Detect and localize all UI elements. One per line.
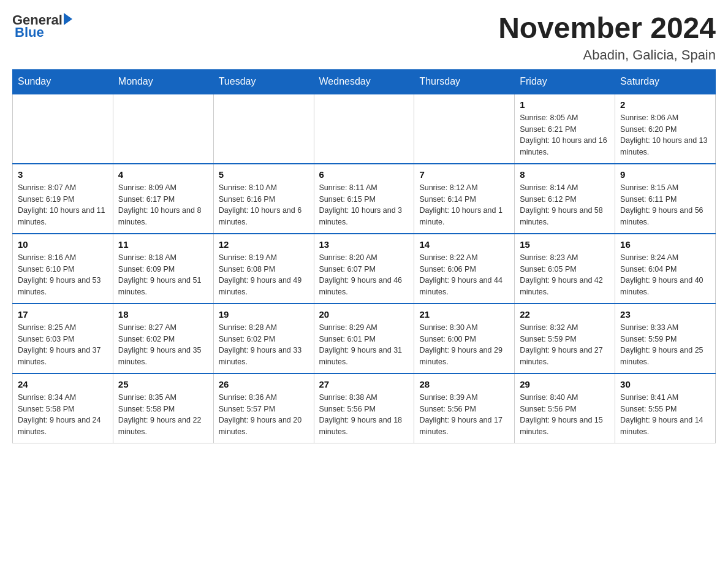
calendar-cell: 14Sunrise: 8:22 AM Sunset: 6:06 PM Dayli… <box>414 234 515 304</box>
calendar-cell: 9Sunrise: 8:15 AM Sunset: 6:11 PM Daylig… <box>615 164 716 234</box>
day-info: Sunrise: 8:24 AM Sunset: 6:04 PM Dayligh… <box>620 252 710 298</box>
calendar-cell: 29Sunrise: 8:40 AM Sunset: 5:56 PM Dayli… <box>515 373 615 443</box>
day-info: Sunrise: 8:39 AM Sunset: 5:56 PM Dayligh… <box>419 392 509 438</box>
day-number: 10 <box>18 239 108 250</box>
day-info: Sunrise: 8:30 AM Sunset: 6:00 PM Dayligh… <box>419 322 509 368</box>
day-number: 23 <box>620 309 710 320</box>
day-number: 11 <box>118 239 208 250</box>
calendar-cell: 11Sunrise: 8:18 AM Sunset: 6:09 PM Dayli… <box>113 234 213 304</box>
calendar-cell: 28Sunrise: 8:39 AM Sunset: 5:56 PM Dayli… <box>414 373 515 443</box>
day-number: 18 <box>118 309 208 320</box>
day-number: 4 <box>118 169 208 180</box>
calendar-cell <box>414 94 515 164</box>
calendar-header-row: SundayMondayTuesdayWednesdayThursdayFrid… <box>13 69 716 94</box>
day-number: 1 <box>520 99 610 110</box>
calendar-cell <box>314 94 414 164</box>
calendar-cell: 23Sunrise: 8:33 AM Sunset: 5:59 PM Dayli… <box>615 304 716 373</box>
day-number: 15 <box>520 239 610 250</box>
calendar-cell: 2Sunrise: 8:06 AM Sunset: 6:20 PM Daylig… <box>615 94 716 164</box>
day-info: Sunrise: 8:22 AM Sunset: 6:06 PM Dayligh… <box>419 252 509 298</box>
calendar-cell: 19Sunrise: 8:28 AM Sunset: 6:02 PM Dayli… <box>213 304 314 373</box>
day-info: Sunrise: 8:06 AM Sunset: 6:20 PM Dayligh… <box>620 112 710 158</box>
location-title: Abadin, Galicia, Spain <box>498 47 716 63</box>
day-number: 27 <box>319 379 409 389</box>
day-info: Sunrise: 8:10 AM Sunset: 6:16 PM Dayligh… <box>219 182 309 228</box>
day-info: Sunrise: 8:28 AM Sunset: 6:02 PM Dayligh… <box>219 322 309 368</box>
day-info: Sunrise: 8:41 AM Sunset: 5:55 PM Dayligh… <box>620 392 710 438</box>
calendar-cell: 16Sunrise: 8:24 AM Sunset: 6:04 PM Dayli… <box>615 234 716 304</box>
day-number: 22 <box>520 309 610 320</box>
day-number: 8 <box>520 169 610 180</box>
day-number: 28 <box>419 379 509 389</box>
day-info: Sunrise: 8:16 AM Sunset: 6:10 PM Dayligh… <box>18 252 108 298</box>
day-info: Sunrise: 8:14 AM Sunset: 6:12 PM Dayligh… <box>520 182 610 228</box>
calendar-cell: 26Sunrise: 8:36 AM Sunset: 5:57 PM Dayli… <box>213 373 314 443</box>
day-info: Sunrise: 8:23 AM Sunset: 6:05 PM Dayligh… <box>520 252 610 298</box>
calendar-cell: 24Sunrise: 8:34 AM Sunset: 5:58 PM Dayli… <box>13 373 113 443</box>
day-info: Sunrise: 8:36 AM Sunset: 5:57 PM Dayligh… <box>219 392 309 438</box>
calendar-cell: 20Sunrise: 8:29 AM Sunset: 6:01 PM Dayli… <box>314 304 414 373</box>
calendar-week-3: 10Sunrise: 8:16 AM Sunset: 6:10 PM Dayli… <box>13 234 716 304</box>
day-number: 13 <box>319 239 409 250</box>
day-number: 14 <box>419 239 509 250</box>
day-number: 7 <box>419 169 509 180</box>
day-number: 24 <box>18 379 108 389</box>
calendar-cell: 1Sunrise: 8:05 AM Sunset: 6:21 PM Daylig… <box>515 94 615 164</box>
day-info: Sunrise: 8:18 AM Sunset: 6:09 PM Dayligh… <box>118 252 208 298</box>
title-block: November 2024 Abadin, Galicia, Spain <box>498 12 716 63</box>
calendar-cell: 17Sunrise: 8:25 AM Sunset: 6:03 PM Dayli… <box>13 304 113 373</box>
calendar-cell: 6Sunrise: 8:11 AM Sunset: 6:15 PM Daylig… <box>314 164 414 234</box>
logo-arrow-icon <box>64 13 72 25</box>
day-info: Sunrise: 8:07 AM Sunset: 6:19 PM Dayligh… <box>18 182 108 228</box>
day-info: Sunrise: 8:20 AM Sunset: 6:07 PM Dayligh… <box>319 252 409 298</box>
day-info: Sunrise: 8:19 AM Sunset: 6:08 PM Dayligh… <box>219 252 309 298</box>
day-number: 26 <box>219 379 309 389</box>
logo-blue: Blue <box>15 25 44 40</box>
day-number: 12 <box>219 239 309 250</box>
day-info: Sunrise: 8:27 AM Sunset: 6:02 PM Dayligh… <box>118 322 208 368</box>
day-info: Sunrise: 8:35 AM Sunset: 5:58 PM Dayligh… <box>118 392 208 438</box>
weekday-header-monday: Monday <box>113 69 213 94</box>
day-info: Sunrise: 8:32 AM Sunset: 5:59 PM Dayligh… <box>520 322 610 368</box>
calendar-cell <box>113 94 213 164</box>
day-number: 5 <box>219 169 309 180</box>
day-number: 21 <box>419 309 509 320</box>
calendar-cell <box>213 94 314 164</box>
calendar-cell: 27Sunrise: 8:38 AM Sunset: 5:56 PM Dayli… <box>314 373 414 443</box>
calendar-cell: 21Sunrise: 8:30 AM Sunset: 6:00 PM Dayli… <box>414 304 515 373</box>
day-number: 9 <box>620 169 710 180</box>
calendar-cell: 15Sunrise: 8:23 AM Sunset: 6:05 PM Dayli… <box>515 234 615 304</box>
weekday-header-friday: Friday <box>515 69 615 94</box>
calendar-week-2: 3Sunrise: 8:07 AM Sunset: 6:19 PM Daylig… <box>13 164 716 234</box>
weekday-header-saturday: Saturday <box>615 69 716 94</box>
month-title: November 2024 <box>498 12 716 45</box>
calendar-cell: 12Sunrise: 8:19 AM Sunset: 6:08 PM Dayli… <box>213 234 314 304</box>
day-number: 2 <box>620 99 710 110</box>
day-info: Sunrise: 8:05 AM Sunset: 6:21 PM Dayligh… <box>520 112 610 158</box>
day-number: 20 <box>319 309 409 320</box>
weekday-header-sunday: Sunday <box>13 69 113 94</box>
day-number: 25 <box>118 379 208 389</box>
calendar-cell: 13Sunrise: 8:20 AM Sunset: 6:07 PM Dayli… <box>314 234 414 304</box>
calendar-cell: 10Sunrise: 8:16 AM Sunset: 6:10 PM Dayli… <box>13 234 113 304</box>
calendar-cell: 5Sunrise: 8:10 AM Sunset: 6:16 PM Daylig… <box>213 164 314 234</box>
calendar-week-4: 17Sunrise: 8:25 AM Sunset: 6:03 PM Dayli… <box>13 304 716 373</box>
day-info: Sunrise: 8:40 AM Sunset: 5:56 PM Dayligh… <box>520 392 610 438</box>
day-info: Sunrise: 8:29 AM Sunset: 6:01 PM Dayligh… <box>319 322 409 368</box>
calendar-table: SundayMondayTuesdayWednesdayThursdayFrid… <box>12 69 716 443</box>
day-number: 3 <box>18 169 108 180</box>
day-info: Sunrise: 8:25 AM Sunset: 6:03 PM Dayligh… <box>18 322 108 368</box>
day-info: Sunrise: 8:11 AM Sunset: 6:15 PM Dayligh… <box>319 182 409 228</box>
day-number: 6 <box>319 169 409 180</box>
day-info: Sunrise: 8:38 AM Sunset: 5:56 PM Dayligh… <box>319 392 409 438</box>
day-info: Sunrise: 8:33 AM Sunset: 5:59 PM Dayligh… <box>620 322 710 368</box>
calendar-cell: 30Sunrise: 8:41 AM Sunset: 5:55 PM Dayli… <box>615 373 716 443</box>
day-number: 19 <box>219 309 309 320</box>
calendar-cell <box>13 94 113 164</box>
weekday-header-thursday: Thursday <box>414 69 515 94</box>
day-info: Sunrise: 8:12 AM Sunset: 6:14 PM Dayligh… <box>419 182 509 228</box>
calendar-cell: 4Sunrise: 8:09 AM Sunset: 6:17 PM Daylig… <box>113 164 213 234</box>
weekday-header-wednesday: Wednesday <box>314 69 414 94</box>
calendar-cell: 22Sunrise: 8:32 AM Sunset: 5:59 PM Dayli… <box>515 304 615 373</box>
calendar-cell: 8Sunrise: 8:14 AM Sunset: 6:12 PM Daylig… <box>515 164 615 234</box>
